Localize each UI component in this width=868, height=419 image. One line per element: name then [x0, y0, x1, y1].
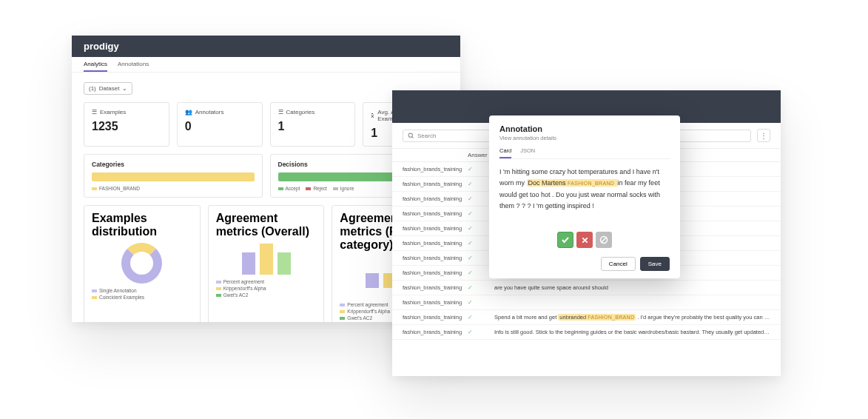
accept-button[interactable]	[557, 232, 573, 248]
answer-cell: ✓	[468, 329, 494, 335]
tab-analytics[interactable]: Analytics	[84, 61, 107, 72]
table-row[interactable]: fashion_brands_training✓are you have qui…	[392, 281, 781, 295]
kpi-label: Examples	[100, 109, 126, 115]
ban-icon	[599, 235, 608, 244]
categories-card: Categories FASHION_BRAND	[84, 154, 263, 198]
app-title: prodigy	[72, 36, 460, 57]
modal-tabs: Card JSON	[499, 147, 670, 159]
entity-highlight: unbranded FASHION_BRAND	[558, 314, 636, 321]
card-title: Examples distribution	[92, 212, 192, 238]
dataset-cell: fashion_brands_training	[403, 225, 468, 232]
legend-accept: Accept	[278, 186, 300, 191]
dataset-cell: fashion_brands_training	[403, 240, 468, 247]
legend-item: Krippendorff's Alpha	[216, 286, 317, 291]
modal-subtitle: View annotation details	[499, 135, 670, 141]
metrics-overall-bars	[216, 241, 317, 275]
dataset-count: (1)	[89, 85, 96, 92]
categories-bar	[92, 172, 255, 181]
chevron-down-icon: ⌄	[122, 85, 127, 92]
answer-cell: ✓	[468, 314, 494, 321]
distribution-donut	[121, 243, 162, 284]
kpi-annotators: 👥Annotators 0	[177, 102, 263, 147]
save-button[interactable]: Save	[640, 257, 670, 271]
modal-title: Annotation	[499, 124, 670, 133]
metrics-overall-card: Agreement metrics (Overall) Percent agre…	[208, 205, 325, 322]
legend-item: Coincident Examples	[92, 295, 192, 300]
main-tabs: Analytics Annotations	[72, 57, 460, 73]
dataset-cell: fashion_brands_training	[403, 255, 468, 261]
dataset-cell: fashion_brands_training	[403, 210, 468, 217]
search-icon	[408, 133, 414, 139]
table-row[interactable]: fashion_brands_training✓	[392, 295, 781, 310]
entity-tag: FASHION_BRAND	[568, 181, 614, 186]
example-cell: Info is still good. Stick to the beginni…	[494, 329, 770, 335]
close-icon	[581, 236, 589, 244]
reject-button[interactable]	[576, 232, 593, 248]
kpi-label: Annotators	[195, 109, 224, 115]
skip-button[interactable]	[596, 232, 612, 248]
average-icon: x̄	[371, 113, 374, 119]
distribution-card: Examples distribution Single Annotation …	[84, 205, 201, 322]
search-placeholder: Search	[417, 133, 436, 139]
example-cell: Spend a bit more and get unbranded FASHI…	[494, 314, 770, 321]
kpi-examples: ☰Examples 1235	[84, 102, 169, 147]
kpi-value: 1	[278, 120, 348, 133]
card-title: Agreement metrics (Overall)	[216, 212, 317, 238]
dataset-cell: fashion_brands_training	[403, 181, 468, 187]
legend-ignore: Ignore	[333, 186, 354, 191]
svg-line-5	[602, 238, 607, 243]
table-row[interactable]: fashion_brands_training✓Info is still go…	[392, 325, 781, 340]
modal-tab-card[interactable]: Card	[499, 147, 511, 158]
kpi-categories: ☰Categories 1	[270, 102, 356, 147]
legend-item: Single Annotation	[92, 288, 192, 293]
dataset-label: Dataset	[99, 85, 120, 92]
tag-icon: ☰	[278, 109, 283, 115]
legend-item: Percent agreement	[216, 279, 317, 284]
table-row[interactable]: fashion_brands_training✓Spend a bit more…	[392, 310, 781, 325]
dataset-cell: fashion_brands_training	[403, 195, 468, 202]
check-icon	[561, 235, 570, 244]
dataset-cell: fashion_brands_training	[403, 166, 468, 172]
users-icon: 👥	[185, 109, 192, 115]
entity-highlight: Doc Martens FASHION_BRAND	[527, 179, 618, 187]
annotation-modal: Annotation View annotation details Card …	[489, 115, 680, 278]
dataset-selector[interactable]: (1) Dataset ⌄	[84, 82, 132, 95]
answer-cell: ✓	[468, 284, 494, 291]
kpi-value: 0	[185, 120, 255, 133]
legend-item: Gwet's AC2	[216, 292, 317, 298]
dataset-cell: fashion_brands_training	[403, 269, 468, 276]
cancel-button[interactable]: Cancel	[601, 257, 636, 271]
answer-cell: ✓	[468, 299, 494, 306]
dataset-cell: fashion_brands_training	[403, 314, 468, 321]
svg-point-0	[408, 133, 412, 137]
modal-tab-json[interactable]: JSON	[520, 147, 535, 158]
card-title: Categories	[92, 161, 255, 168]
decision-buttons	[499, 232, 670, 248]
kpi-value: 1235	[92, 120, 161, 133]
dataset-cell: fashion_brands_training	[403, 299, 468, 306]
example-cell: are you have quite some space around sho…	[494, 284, 770, 291]
dataset-cell: fashion_brands_training	[403, 284, 468, 291]
tab-annotations[interactable]: Annotations	[118, 61, 149, 72]
kpi-label: Categories	[286, 109, 315, 115]
menu-icon: ⋮	[760, 132, 767, 140]
legend-item: FASHION_BRAND	[92, 186, 140, 191]
annotation-text: I 'm hitting some crazy hot temperatures…	[499, 167, 670, 218]
list-icon: ☰	[92, 109, 97, 115]
legend-reject: Reject	[306, 186, 326, 191]
dataset-cell: fashion_brands_training	[403, 329, 468, 335]
svg-line-1	[412, 136, 414, 138]
menu-button[interactable]: ⋮	[757, 129, 770, 142]
